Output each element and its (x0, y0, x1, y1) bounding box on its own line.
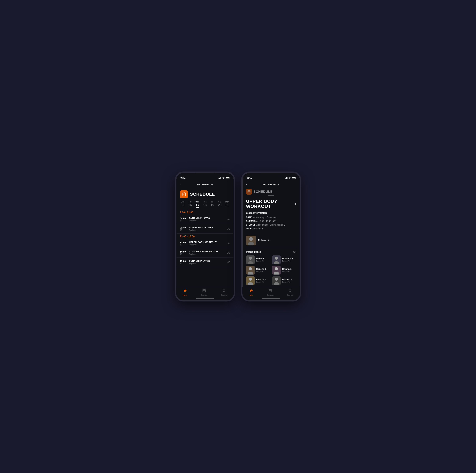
header-right: ‹ MY PROFILE (242, 181, 300, 189)
page-title-right: MY PROFILE (251, 183, 292, 186)
nav-calendar-right[interactable]: Calendar (267, 289, 274, 296)
wifi-icon (222, 177, 225, 179)
workout-title: UPPER BODY WORKOUT (246, 199, 295, 209)
home-icon-right (250, 289, 253, 294)
class-upper-body[interactable]: 13:00 40' UPPER BODY WORKOUT Beginner 6/… (176, 239, 234, 248)
participant-roberta: Roberta C. PurpleFit (246, 266, 270, 275)
participant-sub-roberta: PurpleFit (256, 271, 267, 273)
class-contemporary-pilates[interactable]: 14:00 40' CONTEMPORARY PILATES Beginner … (176, 248, 234, 258)
header: ‹ MY PROFILE (176, 181, 234, 189)
instructor-name: Roberto A. (258, 239, 270, 242)
calendar-icon (202, 289, 206, 294)
schedule-header: SCHEDULE (176, 189, 234, 201)
instructor-row: Roberto A. (242, 234, 300, 248)
home-icon (183, 289, 187, 294)
scroll-indicator (268, 195, 274, 196)
participant-avatar-roberta (246, 266, 255, 275)
participant-avatar-micheal (272, 276, 281, 285)
participant-name-mario: Mario R. (256, 257, 265, 260)
participants-count: 6/8 (293, 251, 296, 253)
info-level: LEVEL: Beginner (246, 227, 296, 230)
svg-point-24 (249, 267, 252, 270)
nav-booking-right[interactable]: Booking (287, 289, 293, 296)
class-info-block: Class information DATE: Wednesday, 17 Ja… (242, 211, 300, 234)
nav-home[interactable]: Home (183, 289, 187, 296)
svg-rect-4 (183, 194, 184, 195)
home-indicator-right (262, 298, 280, 299)
date-mon-21[interactable]: Mon 21 (224, 201, 231, 208)
participant-sub-chiara: PurpleFit (282, 271, 292, 273)
participant-avatar-fabrizio (246, 276, 255, 285)
calendar-icon-right (268, 289, 272, 294)
participants-grid: Mario R. PurpleFit Gianluca S. PurpleFit (242, 255, 300, 287)
class-dynamic-pilates-0900[interactable]: 09:00 40' DYNAMIC PILATES Beginner 8/8 (176, 215, 234, 224)
bottom-nav: Home Calendar Booking (176, 287, 234, 300)
participant-mario: Mario R. PurpleFit (246, 255, 270, 264)
svg-rect-10 (248, 191, 250, 193)
participant-micheal: Micheal T. PurpleFit (272, 276, 296, 285)
date-fri-19[interactable]: Fri 19 (209, 201, 216, 208)
notch-right (261, 173, 281, 178)
date-row: Mon 15 Thr 16 Wed 17 Tue 18 Fri 19 Sat 2… (176, 201, 234, 210)
chevron-right-icon[interactable]: › (295, 202, 296, 206)
svg-point-15 (249, 237, 253, 241)
battery-icon-right (292, 177, 296, 179)
svg-point-21 (275, 257, 278, 260)
instructor-avatar (246, 236, 256, 245)
nav-booking[interactable]: Booking (221, 289, 227, 296)
participant-sub-mario: PurpleFit (256, 260, 265, 262)
peek-schedule-icon (246, 189, 252, 195)
back-button-right[interactable]: ‹ (246, 182, 251, 186)
page-title: MY PROFILE (185, 183, 225, 186)
time-slot-morning: 9:00 - 12:00 (176, 210, 234, 215)
peek-title: SCHEDULE (254, 190, 273, 194)
workout-header: UPPER BODY WORKOUT › (242, 197, 300, 211)
participant-avatar-gianluca (272, 255, 281, 264)
class-info-title: Class information (246, 211, 296, 214)
participant-sub-micheal: PurpleFit (282, 281, 292, 283)
participant-gianluca: Gianluca S. PurpleFit (272, 255, 296, 264)
participant-avatar-mario (246, 255, 255, 264)
date-sat-20[interactable]: Sat 20 (216, 201, 223, 208)
right-phone: 9:41 ‹ MY PROFILE (241, 172, 301, 301)
participant-name-micheal: Micheal T. (282, 278, 292, 281)
svg-point-33 (275, 278, 278, 281)
date-thr-16[interactable]: Thr 16 (187, 201, 193, 208)
date-wed-17[interactable]: Wed 17 (194, 201, 201, 208)
participants-header: Partecipants 6/8 (242, 250, 300, 255)
class-dynamic-pilates-1500[interactable]: 15:00 40' DYNAMIC PILATES Beginner 4/8 (176, 258, 234, 267)
nav-calendar[interactable]: Calendar (201, 289, 208, 296)
signal-icon (219, 177, 221, 179)
notch (195, 173, 215, 178)
divider (246, 248, 296, 248)
wifi-icon-right (289, 177, 291, 179)
status-time: 9:41 (181, 176, 186, 179)
info-date: DATE: Wednesday, 17 January (246, 216, 296, 219)
status-icons (219, 177, 229, 179)
nav-home-right[interactable]: Home (249, 289, 254, 296)
participant-chiara: Chiara A. PurpleFit (272, 266, 296, 275)
status-time-right: 9:41 (247, 176, 252, 179)
participant-sub-fabrizio: PurpleFit (256, 281, 267, 283)
svg-rect-0 (182, 193, 186, 196)
svg-point-30 (249, 278, 252, 281)
bookmark-icon (222, 289, 226, 294)
participant-sub-gianluca: PurpleFit (282, 260, 294, 262)
time-slot-afternoon: 13:00 - 18:00 (176, 234, 234, 239)
participant-name-gianluca: Gianluca S. (282, 257, 294, 260)
back-button[interactable]: ‹ (180, 182, 185, 186)
svg-rect-5 (184, 194, 184, 195)
battery-icon (226, 177, 229, 179)
date-mon-15[interactable]: Mon 15 (179, 201, 186, 208)
svg-rect-6 (203, 289, 205, 292)
info-studio: STUDIO: Studio Milano, Via Palestrina 1 (246, 223, 296, 227)
date-tue-18[interactable]: Tue 18 (202, 201, 208, 208)
participant-avatar-chiara (272, 266, 281, 275)
svg-point-18 (249, 257, 252, 260)
class-power-mat-pilates[interactable]: 09:40 40' POWER MAT PILATES Beginner 7/8 (176, 224, 234, 234)
svg-point-27 (275, 267, 278, 270)
signal-icon-right (285, 177, 288, 179)
schedule-title: SCHEDULE (190, 192, 215, 197)
bottom-nav-right: Home Calendar Booking (242, 287, 300, 300)
home-indicator (196, 298, 214, 299)
